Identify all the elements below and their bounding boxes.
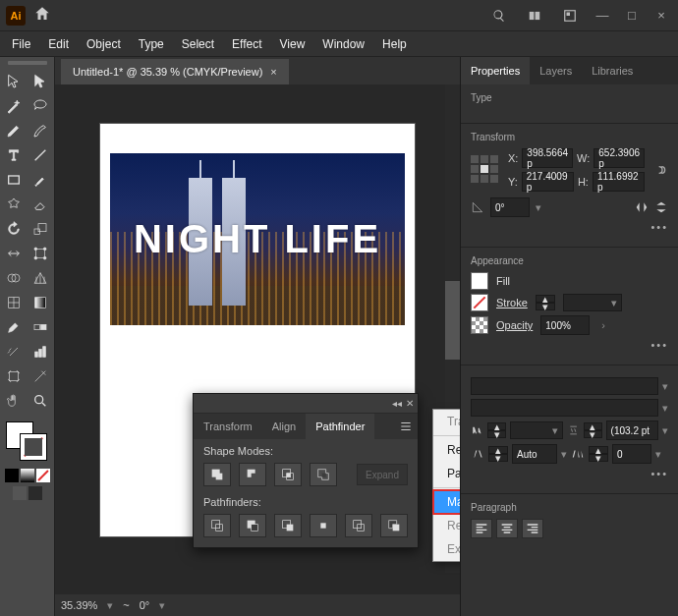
brush-tool[interactable] [28,169,52,191]
ctx-make-compound-shape[interactable]: Make Compound Shape [433,490,460,514]
opacity-swatch[interactable] [471,316,488,334]
flip-v-icon[interactable] [654,200,668,214]
tab-pathfinder[interactable]: Pathfinder [306,414,374,439]
h-input[interactable]: 111.6992 p [593,172,645,192]
color-black-chip[interactable] [5,469,19,482]
nav-value[interactable]: 0° [140,599,150,611]
outline-button[interactable] [345,514,372,537]
panel-menu-icon[interactable] [394,414,418,439]
selection-tool[interactable] [2,71,26,92]
minus-front-button[interactable] [239,463,266,486]
curvature-tool[interactable] [28,120,52,141]
workspace-icon[interactable] [521,6,548,26]
stroke-swatch[interactable] [20,433,47,461]
menu-window[interactable]: Window [314,34,372,54]
transform-more-options[interactable]: ••• [650,221,668,233]
zoom-tool[interactable] [28,390,52,412]
font-style-select[interactable] [471,399,658,417]
minimize-button[interactable]: — [592,7,613,25]
trim-button[interactable] [239,514,266,537]
none-chip[interactable] [36,469,50,482]
hand-tool[interactable] [2,390,26,412]
gradient-chip[interactable] [21,469,34,482]
menu-object[interactable]: Object [79,34,129,54]
column-graph-tool[interactable] [28,341,52,363]
placed-image[interactable]: NIGHT LIFE [110,153,405,325]
screen-mode-full[interactable] [28,486,42,500]
menu-help[interactable]: Help [374,34,415,54]
opacity-input[interactable]: 100% [540,315,590,335]
fill-swatch-appearance[interactable] [471,272,488,290]
appearance-more-options[interactable]: ••• [650,339,668,351]
minus-back-button[interactable] [380,514,408,537]
tab-align[interactable]: Align [262,414,306,439]
stroke-swatch-appearance[interactable] [471,294,488,311]
menu-select[interactable]: Select [174,34,222,54]
stroke-weight-stepper[interactable]: ▴▾ [536,295,555,310]
rotate-tool[interactable] [2,218,26,240]
ctx-pathfinder-options[interactable]: Pathfinder Options... [433,462,460,485]
kerning-stepper[interactable]: ▴▾ [488,446,508,462]
menu-edit[interactable]: Edit [40,34,77,54]
ctx-repeat-add[interactable]: Repeat Add [433,438,460,462]
tab-layers[interactable]: Layers [530,57,582,84]
toolbox-handle[interactable] [8,61,47,65]
line-tool[interactable] [28,144,52,166]
leading-stepper[interactable]: ▴▾ [584,422,602,438]
symbol-sprayer-tool[interactable] [2,341,26,363]
screen-mode-normal[interactable] [13,486,27,500]
panel-collapse-icon[interactable]: ◂◂ [392,398,402,409]
mesh-tool[interactable] [2,292,26,313]
reference-point-grid[interactable] [471,155,500,185]
stroke-label[interactable]: Stroke [496,297,528,308]
font-size-stepper[interactable]: ▴▾ [487,422,506,438]
arrange-docs-icon[interactable] [556,6,584,26]
fill-stroke-swatches[interactable] [6,421,49,463]
tab-transform[interactable]: Transform [194,414,262,439]
kerning-input[interactable]: Auto [512,444,557,464]
shape-builder-tool[interactable] [2,267,26,289]
scale-tool[interactable] [28,218,52,240]
leading-input[interactable]: (103.2 pt [606,420,658,440]
close-tab-icon[interactable]: × [270,66,276,78]
perspective-grid-tool[interactable] [28,267,52,289]
zoom-level[interactable]: 35.39% [61,599,97,611]
opacity-label[interactable]: Opacity [496,319,533,331]
opacity-flyout-icon[interactable]: › [601,319,605,331]
rectangle-tool[interactable] [2,169,26,191]
overlay-text[interactable]: NIGHT LIFE [110,153,405,325]
x-input[interactable]: 398.5664 p [522,148,573,168]
intersect-button[interactable] [274,463,302,486]
panel-close-icon[interactable]: ✕ [406,398,414,409]
crop-button[interactable] [310,514,337,537]
gradient-tool[interactable] [28,292,52,313]
align-center-button[interactable] [496,519,518,538]
close-window-button[interactable]: × [650,7,672,25]
tracking-stepper[interactable]: ▴▾ [589,446,608,462]
rotation-input[interactable]: 0° [490,197,530,217]
search-icon[interactable] [485,6,513,26]
home-icon[interactable] [33,5,51,26]
magic-wand-tool[interactable] [2,95,26,117]
direct-selection-tool[interactable] [28,71,52,92]
w-input[interactable]: 652.3906 p [593,148,645,168]
stroke-weight-select[interactable]: ▾ [563,294,622,311]
link-wh-icon[interactable] [652,162,668,178]
align-left-button[interactable] [471,519,492,538]
exclude-button[interactable] [310,463,337,486]
menu-effect[interactable]: Effect [224,34,269,54]
font-family-select[interactable] [471,377,658,395]
type-tool[interactable] [2,144,26,166]
free-transform-tool[interactable] [28,243,52,264]
flip-h-icon[interactable] [635,200,649,214]
pen-tool[interactable] [2,120,26,141]
blend-tool[interactable] [28,316,52,338]
width-tool[interactable] [2,243,26,264]
character-more-options[interactable]: ••• [650,468,668,479]
slice-tool[interactable] [28,365,52,387]
document-tab[interactable]: Untitled-1* @ 35.39 % (CMYK/Preview) × [61,59,289,84]
align-right-button[interactable] [522,519,543,538]
eraser-tool[interactable] [28,194,52,215]
shaper-tool[interactable] [2,194,26,215]
artboard-tool[interactable] [2,365,26,387]
